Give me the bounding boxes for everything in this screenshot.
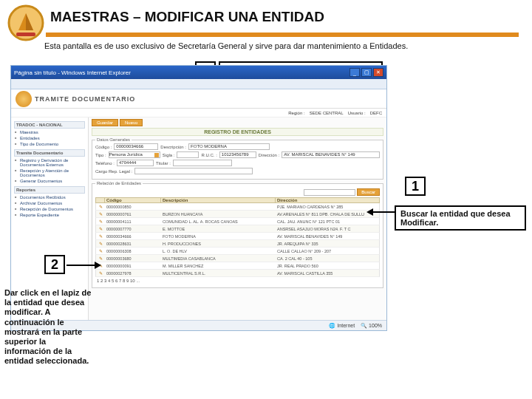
cell-dir: PJE. MARIANO CARDENAS N° 285 (276, 205, 379, 209)
direccion-input[interactable]: AV. MARISCAL BENAVIDES N° 149 (282, 151, 380, 158)
side-item-registro[interactable]: Registro y Derivación de Documentos Exte… (14, 157, 85, 168)
desc-input[interactable]: FOTO MODERNA (188, 143, 270, 150)
app-banner: TRAMITE DOCUMENTARIO (11, 89, 386, 109)
user-value: DEFC (370, 111, 382, 115)
table-head: Código Descripción Dirección (95, 197, 380, 203)
edit-pencil-icon[interactable]: ✎ (96, 271, 105, 276)
table-row: ✎00000028631H. PRODUCCIONESJR. AREQUIPA … (95, 240, 380, 248)
cargo-input[interactable] (134, 168, 253, 174)
arrow-1-line (372, 211, 395, 213)
sigla-input[interactable] (177, 151, 199, 158)
arrow-2-line (66, 265, 95, 266)
table-row: ✎00000000761BURZON HUANCAYAAV.ARENALES N… (95, 211, 380, 218)
table-row: ✎00000003680MULTIMEDIA CASABLANCACA. 2 C… (95, 255, 380, 262)
side-item-docrecibidos[interactable]: Documentos Recibidos (14, 194, 85, 200)
search-row: Buscar (95, 188, 380, 196)
main-panel: Guardar Nuevo REGISTRO DE ENTIDADES Dato… (89, 117, 386, 320)
close-icon[interactable]: ✕ (373, 68, 383, 77)
side-item-tipodoc[interactable]: Tipo de Documento (14, 141, 85, 147)
edit-pencil-icon[interactable]: ✎ (96, 205, 105, 209)
edit-pencil-icon[interactable]: ✎ (96, 234, 105, 239)
edit-pencil-icon[interactable]: ✎ (96, 256, 105, 261)
table-row: ✎00000006308L. O. DE HLVCALLE CALLAO N° … (95, 248, 380, 255)
table-row: ✎00000004111COMUNIDAD L. AL. A. ROCAS CA… (95, 218, 380, 225)
cell-dir: JR. AREQUIPA N° 335 (276, 242, 379, 246)
table-row: ✎00000000850PJE. MARIANO CARDENAS N° 285 (95, 203, 380, 211)
side-group-0: TRADOC - NACIONAL (14, 121, 85, 129)
edit-pencil-icon[interactable]: ✎ (96, 212, 105, 216)
cell-desc: BURZON HUANCAYA (161, 212, 276, 216)
codigo-input[interactable]: 00000034666 (114, 143, 158, 150)
ie-tabbar (11, 79, 386, 89)
tipo-label: Tipo : (95, 153, 106, 157)
table-pager[interactable]: 1 2 3 4 5 6 7 8 9 10 ... (95, 277, 380, 284)
side-item-archivar[interactable]: Archivar Documentos (14, 200, 85, 206)
minimize-icon[interactable]: _ (349, 68, 360, 77)
ruc-input[interactable]: 10123456789 (219, 151, 256, 158)
th-desc: Descripción (161, 198, 276, 202)
cell-desc: H. PRODUCCIONES (161, 242, 276, 246)
titular-label: Titular : (156, 161, 171, 166)
edit-pencil-icon[interactable]: ✎ (96, 219, 105, 224)
cell-dir: CA. 2 CAL 40 - 105 (276, 256, 379, 261)
cell-dir: ANSRSEL ASAJUO MORAS N24. F. T C (276, 227, 379, 231)
th-codigo: Código (105, 198, 161, 202)
side-item-recepdoc[interactable]: Recepción de Documentos (14, 206, 85, 212)
step-1-text: Buscar la entidad que desea Modificar. (395, 205, 526, 231)
edit-pencil-icon[interactable]: ✎ (96, 242, 105, 246)
slide-header: MAESTRAS – MODIFICAR UNA ENTIDAD (7, 4, 525, 34)
title-underline (46, 33, 519, 37)
status-internet: 🌐 Internet (329, 323, 355, 329)
edit-pencil-icon[interactable]: ✎ (96, 227, 105, 231)
side-item-recepcion[interactable]: Recepción y Atención de Documentos (14, 168, 85, 178)
maximize-icon[interactable]: ▢ (361, 68, 372, 77)
cell-desc: L. O. DE HLV (161, 249, 276, 253)
table-row: ✎00000007770E. MOTTOEANSRSEL ASAJUO MORA… (95, 225, 380, 233)
search-input[interactable] (304, 189, 355, 196)
side-group-3: Reportes (14, 186, 85, 194)
cell-codigo: 00000028631 (105, 242, 161, 246)
desc-label: Descripción : (160, 145, 186, 149)
cell-dir: JR. REAL PRADO 560 (276, 264, 379, 268)
search-button[interactable]: Buscar (357, 188, 380, 196)
app-logo-icon (16, 91, 32, 107)
cell-desc: MULTIMEDIA CASABLANCA (161, 256, 276, 261)
sigla-label: Sigla : (163, 153, 175, 157)
step-2-text: Dar click en el lapiz de la entidad que … (4, 288, 93, 366)
side-item-maestras[interactable]: Maestras (14, 129, 85, 135)
side-group-2: Tramite Documentario (14, 149, 85, 157)
page-description: Esta pantalla es de uso exclusivo de Sec… (44, 41, 408, 50)
app-banner-title: TRAMITE DOCUMENTARIO (35, 95, 135, 103)
status-zoom: 🔍 100% (361, 323, 382, 329)
cargo-label: Cargo Rep. Legal : (95, 169, 132, 174)
cell-codigo: 00000000761 (105, 212, 161, 216)
arrow-1-head (366, 208, 373, 216)
side-item-generar[interactable]: Generar Documentos (14, 178, 85, 184)
table-body: ✎00000000850PJE. MARIANO CARDENAS N° 285… (95, 203, 380, 277)
step-2-number: 2 (44, 255, 65, 274)
titular-input[interactable] (173, 160, 232, 166)
telefono-input[interactable]: 4704444 (117, 160, 154, 166)
cell-dir: CAL. JAU. ANUNC N° 121 PTC 01 (276, 219, 379, 224)
save-button[interactable]: Guardar (92, 119, 118, 126)
region-value: SEDE CENTRAL (310, 111, 344, 115)
new-button[interactable]: Nuevo (120, 119, 143, 126)
side-item-repexp[interactable]: Reporte Expediente (14, 212, 85, 218)
cell-codigo: 00000007770 (105, 227, 161, 231)
cell-dir: AV.ARENALES N° 811 DPB. CHALA DE SULLU (276, 212, 379, 216)
side-item-entidades[interactable]: Entidades (14, 135, 85, 141)
arrow-2-head (95, 262, 101, 269)
table-row: ✎00000034666FOTO MODERNAAV. MARISCAL BEN… (95, 233, 380, 240)
codigo-label: Código : (95, 145, 112, 149)
org-logo (7, 4, 44, 41)
ie-titlebar: Página sin título - Windows Internet Exp… (11, 66, 386, 79)
table-row: ✎00000000091M. MILLER SANCHEZJR. REAL PR… (95, 262, 380, 270)
chevron-down-icon (154, 153, 159, 157)
tipo-select[interactable]: Persona Jurídica (109, 151, 160, 158)
th-dir: Dirección (276, 198, 379, 202)
cell-codigo: 00000003680 (105, 256, 161, 261)
cell-desc: E. MOTTOE (161, 227, 276, 231)
edit-pencil-icon[interactable]: ✎ (96, 249, 105, 253)
ie-title: Página sin título - Windows Internet Exp… (14, 69, 131, 76)
cell-dir: CALLE CALLAO N° 209 - 207 (276, 249, 379, 253)
